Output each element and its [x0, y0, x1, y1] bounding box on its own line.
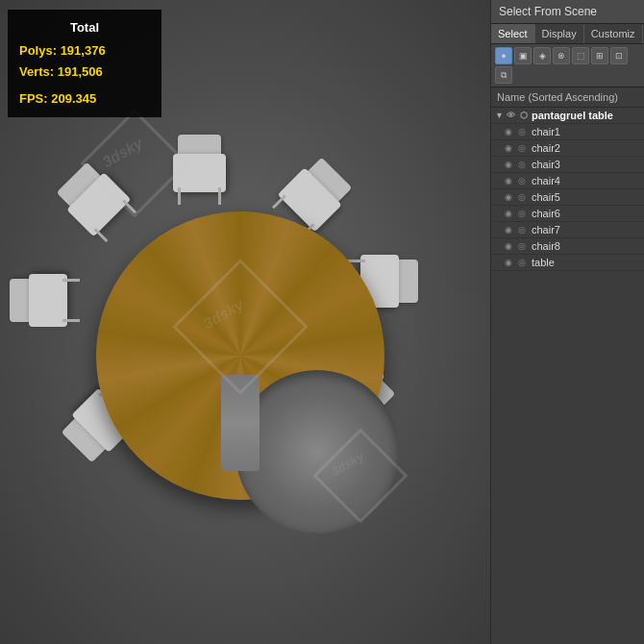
list-item-group[interactable]: ▼ 👁 ⬡ pantagruel table [491, 108, 644, 124]
table-leg-model [221, 375, 260, 471]
obj-name-chair5: chair5 [532, 191, 560, 203]
fps-row: FPS: 209.345 [19, 88, 150, 110]
all-btn[interactable]: ⧉ [495, 66, 512, 84]
eye-icon-chair4: ◉ [505, 176, 516, 186]
viewport: 3dsky 3dsky 3dsky Total Polys: 191,376 V… [0, 0, 490, 644]
stats-overlay: Total Polys: 191,376 Verts: 191,506 FPS:… [8, 10, 161, 117]
circle-select-btn[interactable]: ● [495, 47, 512, 64]
list-item-chair5[interactable]: ◉ ◎ chair5 [491, 189, 644, 206]
window-select-btn[interactable]: ⬚ [572, 47, 589, 64]
verts-value: 191,506 [58, 64, 103, 79]
vis-icon-chair3: ◎ [518, 160, 530, 169]
object-list[interactable]: ▼ 👁 ⬡ pantagruel table ◉ ◎ chair1 ◉ ◎ ch… [491, 108, 644, 644]
tab-customize[interactable]: Customiz [584, 24, 643, 43]
group-icon: ⬡ [520, 111, 530, 120]
polys-row: Polys: 191,376 [19, 40, 150, 62]
expand-icon: ▼ [495, 111, 505, 120]
tab-select[interactable]: Select [491, 24, 535, 43]
obj-name-chair3: chair3 [532, 159, 560, 170]
obj-name-chair2: chair2 [532, 142, 560, 154]
list-item-chair8[interactable]: ◉ ◎ chair8 [491, 238, 644, 255]
tabs-row: Select Display Customiz [491, 24, 644, 44]
obj-name-chair1: chair1 [532, 126, 560, 137]
polys-label: Polys: [19, 43, 57, 58]
fence-select-btn[interactable]: ◈ [533, 47, 551, 64]
list-item-chair1[interactable]: ◉ ◎ chair1 [491, 124, 644, 140]
vis-icon-table: ◎ [518, 258, 530, 267]
vis-icon-chair1: ◎ [518, 127, 530, 136]
table-center-model [235, 370, 399, 533]
fps-value: 209.345 [51, 91, 96, 106]
obj-name-group: pantagruel table [532, 110, 613, 121]
rect-select-btn[interactable]: ▣ [514, 47, 532, 64]
obj-name-chair4: chair4 [532, 175, 560, 186]
obj-name-table: table [532, 257, 555, 268]
eye-icon-table: ◉ [505, 258, 516, 267]
vis-icon-chair7: ◎ [518, 225, 530, 235]
polys-value: 191,376 [61, 43, 106, 58]
scene-art [19, 115, 471, 596]
eye-icon-chair2: ◉ [505, 143, 516, 153]
eye-icon-group: 👁 [507, 111, 518, 120]
obj-name-chair7: chair7 [532, 224, 560, 235]
chair-8-model [50, 156, 138, 244]
list-item-chair6[interactable]: ◉ ◎ chair6 [491, 206, 644, 222]
list-item-table[interactable]: ◉ ◎ table [491, 255, 644, 271]
vis-icon-chair6: ◎ [518, 209, 530, 218]
eye-icon-chair7: ◉ [505, 225, 516, 235]
eye-icon-chair8: ◉ [505, 241, 516, 251]
invert-btn[interactable]: ⊗ [553, 47, 570, 64]
list-item-chair2[interactable]: ◉ ◎ chair2 [491, 140, 644, 157]
right-panel: Select From Scene Select Display Customi… [490, 0, 644, 644]
eye-icon-chair3: ◉ [505, 160, 516, 169]
fps-label: FPS: [19, 91, 48, 106]
list-item-chair7[interactable]: ◉ ◎ chair7 [491, 222, 644, 238]
touch-btn[interactable]: ⊡ [610, 47, 628, 64]
vis-icon-chair5: ◎ [518, 192, 530, 202]
chair-7-model [10, 269, 72, 332]
eye-icon-chair5: ◉ [505, 192, 516, 202]
toolbar-row: ● ▣ ◈ ⊗ ⬚ ⊞ ⊡ ⧉ [491, 44, 644, 87]
vis-icon-chair4: ◎ [518, 176, 530, 186]
vis-icon-chair2: ◎ [518, 143, 530, 153]
tab-display[interactable]: Display [535, 24, 584, 43]
total-header: Total [19, 17, 150, 38]
list-item-chair3[interactable]: ◉ ◎ chair3 [491, 157, 644, 173]
eye-icon-chair6: ◉ [505, 209, 516, 218]
obj-name-chair8: chair8 [532, 240, 560, 252]
list-item-chair4[interactable]: ◉ ◎ chair4 [491, 173, 644, 189]
panel-title: Select From Scene [491, 0, 644, 24]
obj-name-chair6: chair6 [532, 208, 560, 219]
vis-icon-chair8: ◎ [518, 241, 530, 251]
chair-1-model [168, 135, 231, 197]
verts-row: Verts: 191,506 [19, 62, 150, 83]
list-header: Name (Sorted Ascending) [491, 87, 644, 108]
verts-label: Verts: [19, 64, 54, 79]
eye-icon-chair1: ◉ [505, 127, 516, 136]
crossing-btn[interactable]: ⊞ [591, 47, 608, 64]
